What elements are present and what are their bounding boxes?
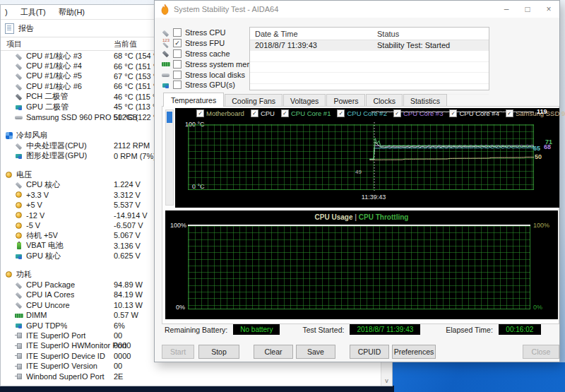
sensor-label: 待机 +5V: [26, 230, 58, 241]
minimize-button[interactable]: –: [496, 1, 517, 17]
sensor-value: 6%: [114, 321, 125, 330]
sensor-label: CPU Package: [26, 280, 75, 289]
sensor-value: 10.13 W: [114, 301, 143, 309]
maximize-button[interactable]: □: [517, 1, 538, 17]
log-col-status[interactable]: Status: [377, 30, 399, 38]
stress-checkbox[interactable]: [173, 60, 182, 69]
sensor-label: 电压: [16, 170, 32, 180]
menu-item-2[interactable]: 帮助(H): [57, 6, 86, 18]
report-button[interactable]: 报告: [18, 23, 34, 34]
cpu-icon: [162, 29, 170, 37]
volt-icon: [15, 222, 23, 230]
status-value-box: No battery: [233, 324, 280, 335]
chart-scrollbar[interactable]: [165, 109, 174, 206]
cpu-icon: [15, 281, 23, 289]
desktop-shadow-strip: [0, 386, 394, 392]
close-icon[interactable]: ×: [538, 1, 559, 17]
scroll-down-arrow[interactable]: v: [381, 377, 392, 384]
sensor-label: CPU #1/核心 #5: [26, 71, 82, 81]
sensor-value: -6.507 V: [114, 221, 143, 230]
volt-icon: [15, 232, 23, 239]
cpu-core2-temp: [375, 148, 534, 149]
log-table-header: Date & Time Status: [250, 28, 489, 40]
cpu-icon: [15, 83, 23, 90]
sensor-value: 0.625 V: [114, 251, 141, 260]
tab-cooling-fans[interactable]: Cooling Fans: [225, 94, 282, 107]
sensor-value: 5.067 V: [114, 231, 141, 239]
cpuid-button[interactable]: CPUID: [350, 345, 389, 359]
close-button[interactable]: Close: [523, 345, 559, 359]
sensor-label: 功耗: [16, 269, 32, 280]
column-value[interactable]: 当前值: [114, 39, 137, 49]
log-row[interactable]: 2018/8/7 11:39:43Stability Test: Started: [250, 40, 489, 51]
series-value-label: 68: [544, 143, 551, 150]
temperatures-tab-pane: ✓Motherboard✓CPU✓CPU Core #1✓CPU Core #2…: [162, 106, 559, 324]
sensor-label: DIMM: [26, 311, 47, 319]
cpu-throttling-label: CPU Throttling: [359, 213, 409, 221]
menu-item-0[interactable]: ): [4, 7, 9, 17]
tab-powers[interactable]: Powers: [326, 94, 365, 107]
sensor-label: ITE SuperIO HWMonitor Port: [26, 341, 126, 350]
tab-temperatures[interactable]: Temperatures: [163, 93, 224, 107]
sensor-value: 3.312 V: [114, 191, 141, 199]
usage-chart-title: CPU Usage | CPU Throttling: [165, 213, 558, 221]
usage-left-top: 100%: [170, 222, 186, 229]
tab-clocks[interactable]: Clocks: [366, 94, 403, 107]
log-col-datetime[interactable]: Date & Time: [250, 30, 377, 38]
start-annotation: 49: [355, 169, 362, 175]
stop-button[interactable]: Stop: [198, 345, 239, 359]
status-label: Test Started:: [302, 326, 344, 334]
sensor-row[interactable]: Winbond SuperIO Port2E: [1, 371, 392, 381]
sensor-label: ITE SuperIO Port: [26, 331, 85, 340]
stress-checkbox[interactable]: [173, 28, 182, 37]
log-table[interactable]: Date & Time Status 2018/8/7 11:39:43Stab…: [249, 27, 489, 90]
tab-voltages[interactable]: Voltages: [283, 94, 326, 107]
menu-item-1[interactable]: 工具(T): [19, 6, 47, 18]
sensor-value: 3.136 V: [114, 242, 141, 250]
save-button[interactable]: Save: [296, 345, 335, 359]
status-bar: Remaining Battery:No batteryTest Started…: [155, 324, 559, 335]
sensor-label: CPU #1/核心 #4: [26, 61, 82, 71]
sensor-label: ITE SuperIO Version: [26, 362, 97, 370]
log-row-empty: [250, 73, 489, 83]
sensor-value: 0000: [114, 352, 131, 360]
stress-checkbox[interactable]: [173, 49, 182, 58]
chip-icon: [15, 331, 23, 339]
stress-label: Stress FPU: [185, 39, 225, 47]
cpu-usage-line: [188, 225, 530, 226]
sensor-label: Winbond SuperIO Port: [26, 372, 105, 381]
sensor-label: PCH 二极管: [26, 91, 68, 102]
sensor-value: 5.537 V: [114, 201, 141, 209]
stress-checkbox[interactable]: [173, 71, 182, 79]
cpu-temp: [369, 142, 534, 160]
title-bar[interactable]: System Stability Test - AIDA64 – □ ×: [155, 1, 559, 18]
sensor-label: GPU TDP%: [26, 321, 67, 330]
clear-button[interactable]: Clear: [254, 345, 293, 359]
sensor-label: CPU 核心: [26, 179, 60, 190]
stability-test-window: System Stability Test - AIDA64 – □ × Str…: [154, 0, 560, 362]
sensor-label: CPU #1/核心 #6: [26, 81, 82, 92]
start-button[interactable]: Start: [162, 345, 194, 359]
fpu-icon: [162, 40, 170, 47]
sensor-label: VBAT 电池: [26, 240, 64, 251]
chip-icon: [15, 372, 23, 380]
sensor-label: 中央处理器(CPU): [26, 141, 87, 151]
ram-icon: [162, 60, 170, 68]
sensor-value: 0.57 W: [114, 311, 138, 319]
tab-statistics[interactable]: Statistics: [403, 94, 447, 107]
volt-icon: [15, 201, 23, 209]
chart-scrollbar-thumb[interactable]: [167, 112, 172, 123]
fan-icon: [5, 131, 13, 139]
column-item[interactable]: 项目: [1, 39, 114, 49]
stress-checkbox[interactable]: ✓: [173, 39, 182, 47]
preferences-button[interactable]: Preferences: [392, 345, 436, 359]
ssd-icon: [162, 71, 170, 78]
gpu-icon: [15, 103, 23, 111]
stress-checkbox[interactable]: [173, 81, 182, 89]
stress-label: Stress GPU(s): [185, 81, 235, 89]
sensor-value: 1.224 V: [114, 180, 141, 189]
sensor-row[interactable]: ITE SuperIO Version00: [1, 361, 392, 371]
cpu-icon: [15, 62, 23, 70]
sensor-value: 2112 RPM: [114, 141, 150, 150]
volt-icon: [15, 211, 23, 219]
